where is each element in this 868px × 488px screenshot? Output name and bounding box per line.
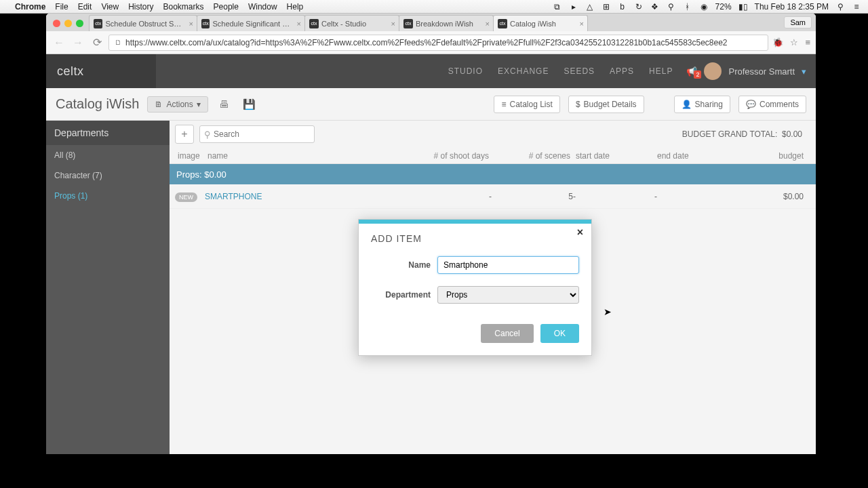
close-tab-icon[interactable]: ×: [391, 20, 395, 28]
letterbox: [0, 454, 868, 488]
sidebar-item-props[interactable]: Props (1): [46, 186, 170, 206]
notifications-icon[interactable]: 📢2: [686, 66, 697, 77]
table-row[interactable]: NEW SMARTPHONE - 5 - - $0.00: [170, 184, 816, 209]
actions-dropdown[interactable]: 🗎Actions ▾: [147, 96, 208, 113]
dropbox-icon[interactable]: ❖: [650, 2, 660, 12]
department-label: Department: [371, 290, 431, 300]
sync-icon[interactable]: ↻: [634, 2, 644, 12]
status-icon[interactable]: ⚲: [667, 2, 676, 12]
add-item-button[interactable]: +: [175, 125, 194, 144]
menu-view[interactable]: View: [101, 2, 119, 12]
wifi-icon[interactable]: ◉: [699, 2, 709, 12]
status-icon[interactable]: ⊞: [601, 2, 611, 12]
address-field[interactable]: 🗋 https://www.celtx.com/a/ux/catalog?id=…: [108, 35, 768, 51]
back-button[interactable]: ←: [52, 35, 66, 50]
chevron-down-icon[interactable]: ▾: [802, 66, 806, 77]
status-icon[interactable]: ⧉: [553, 2, 562, 12]
col-end-date[interactable]: end date: [654, 151, 736, 161]
col-start-date[interactable]: start date: [573, 151, 654, 161]
sub-header: Catalog iWish 🗎Actions ▾ 🖶 💾 ≡Catalog Li…: [46, 88, 816, 121]
avatar[interactable]: [704, 62, 722, 80]
clock[interactable]: Thu Feb 18 2:35 PM: [755, 2, 829, 12]
tab-schedule-obstruct[interactable]: ctxSchedule Obstruct Sean×: [89, 15, 197, 31]
ok-button[interactable]: OK: [540, 324, 579, 343]
menu-edit[interactable]: Edit: [78, 2, 92, 12]
gdrive-icon[interactable]: △: [585, 2, 595, 12]
bluetooth-icon[interactable]: ᚼ: [683, 2, 692, 12]
battery-icon[interactable]: ▮▯: [738, 2, 748, 12]
group-row-props[interactable]: Props: $0.00: [170, 164, 816, 184]
tab-strip: ctxSchedule Obstruct Sean× ctxSchedule S…: [46, 14, 816, 31]
tab-catalog-iwish[interactable]: ctxCatalog iWish×: [493, 15, 588, 31]
col-shoot-days[interactable]: # of shoot days: [410, 151, 492, 161]
favicon-icon: ctx: [94, 19, 102, 28]
menu-history[interactable]: History: [128, 2, 153, 12]
extension-icon[interactable]: 🐞: [772, 37, 783, 47]
menu-window[interactable]: Window: [248, 2, 277, 12]
menu-icon[interactable]: ≡: [852, 2, 861, 12]
file-icon: 🗎: [155, 100, 163, 109]
chrome-menu-icon[interactable]: ≡: [805, 37, 810, 47]
nav-studio[interactable]: STUDIO: [448, 66, 483, 76]
spotlight-icon[interactable]: ⚲: [835, 2, 845, 12]
active-app-name[interactable]: Chrome: [15, 2, 45, 12]
sidebar-item-all[interactable]: All (8): [46, 145, 170, 165]
browser-window: ctxSchedule Obstruct Sean× ctxSchedule S…: [46, 14, 816, 454]
url-bar: ← → ⟳ 🗋 https://www.celtx.com/a/ux/catal…: [46, 31, 816, 54]
cancel-button[interactable]: Cancel: [481, 324, 533, 343]
maximize-icon[interactable]: [76, 20, 83, 27]
favicon-icon: ctx: [309, 19, 319, 28]
menu-file[interactable]: File: [55, 2, 68, 12]
status-icon[interactable]: ▸: [569, 2, 578, 12]
nav-help[interactable]: HELP: [649, 66, 673, 76]
save-icon[interactable]: 💾: [240, 96, 258, 113]
close-icon[interactable]: [53, 20, 60, 27]
tab-celtx-studio[interactable]: ctxCeltx - Studio×: [304, 15, 399, 31]
nav-apps[interactable]: APPS: [610, 66, 634, 76]
battery-percent[interactable]: 72%: [715, 2, 732, 12]
cell-scenes: 5: [492, 192, 573, 201]
nav-seeds[interactable]: SEEDS: [564, 66, 595, 76]
user-name[interactable]: Professor Smartt: [728, 66, 795, 77]
page-icon: 🗋: [115, 39, 121, 46]
close-tab-icon[interactable]: ×: [580, 20, 584, 28]
search-input[interactable]: [214, 129, 302, 139]
forward-button[interactable]: →: [71, 35, 85, 50]
status-icon[interactable]: b: [618, 2, 627, 12]
sharing-button[interactable]: 👤Sharing: [674, 96, 730, 113]
close-icon[interactable]: ×: [577, 226, 583, 239]
budget-details-button[interactable]: $Budget Details: [568, 96, 644, 113]
favicon-icon: ctx: [403, 19, 413, 28]
chrome-profile-button[interactable]: Sam: [784, 16, 812, 28]
sidebar: Departments All (8) Character (7) Props …: [46, 121, 170, 454]
menu-people[interactable]: People: [214, 2, 239, 12]
bookmark-star-icon[interactable]: ☆: [790, 37, 798, 47]
tab-breakdown-iwish[interactable]: ctxBreakdown iWish×: [399, 15, 494, 31]
close-tab-icon[interactable]: ×: [297, 20, 301, 28]
col-budget[interactable]: budget: [736, 151, 810, 161]
catalog-list-button[interactable]: ≡Catalog List: [494, 96, 559, 113]
sidebar-item-character[interactable]: Character (7): [46, 165, 170, 186]
col-scenes[interactable]: # of scenes: [492, 151, 573, 161]
reload-button[interactable]: ⟳: [90, 35, 104, 50]
top-nav: celtx STUDIO EXCHANGE SEEDS APPS HELP 📢2…: [46, 54, 816, 88]
department-select[interactable]: Props: [437, 286, 579, 304]
nav-exchange[interactable]: EXCHANGE: [498, 66, 549, 76]
comment-icon: 💬: [746, 100, 756, 109]
menu-help[interactable]: Help: [287, 2, 304, 12]
comments-button[interactable]: 💬Comments: [738, 96, 806, 113]
col-image[interactable]: image: [175, 151, 205, 161]
brand-logo[interactable]: celtx: [46, 54, 156, 88]
minimize-icon[interactable]: [64, 20, 72, 27]
letterbox: [0, 0, 46, 488]
close-tab-icon[interactable]: ×: [189, 20, 193, 28]
close-tab-icon[interactable]: ×: [486, 20, 490, 28]
name-input[interactable]: [437, 256, 579, 274]
modal-title: ADD ITEM: [371, 233, 579, 244]
col-name[interactable]: name: [205, 151, 410, 161]
item-name-link[interactable]: SMARTPHONE: [205, 192, 262, 201]
print-icon[interactable]: 🖶: [216, 96, 232, 113]
menu-bookmarks[interactable]: Bookmarks: [163, 2, 204, 12]
tab-schedule-significant[interactable]: ctxSchedule Significant Other×: [197, 15, 305, 31]
window-controls[interactable]: [50, 20, 89, 31]
